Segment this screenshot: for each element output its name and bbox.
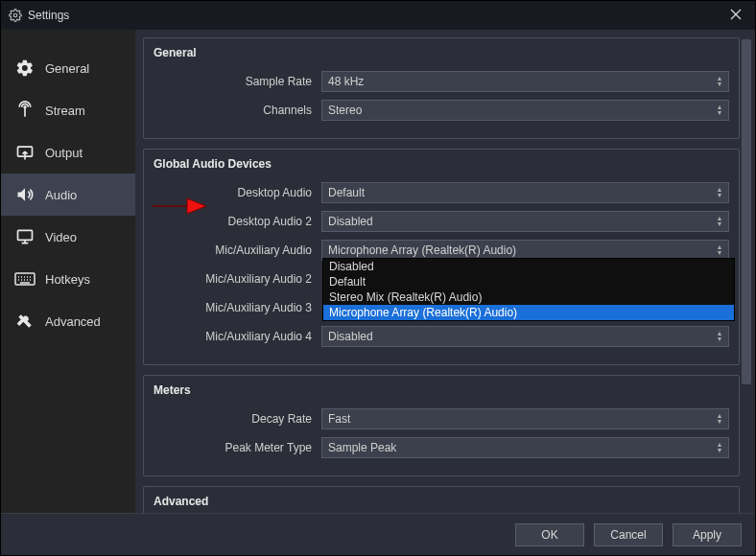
- svg-rect-3: [18, 230, 33, 240]
- label-mic-aux-audio: Mic/Auxiliary Audio: [154, 243, 321, 257]
- sidebar-item-general[interactable]: General: [1, 47, 135, 89]
- speaker-icon: [14, 185, 35, 204]
- sidebar-item-output[interactable]: Output: [1, 131, 135, 174]
- antenna-icon: [14, 101, 35, 120]
- dropdown-option[interactable]: Stereo Mix (Realtek(R) Audio): [323, 290, 734, 305]
- ok-button[interactable]: OK: [515, 523, 584, 546]
- group-title: Advanced: [154, 495, 729, 508]
- label-mic-aux-audio-2: Mic/Auxiliary Audio 2: [154, 272, 321, 286]
- label-peak-meter-type: Peak Meter Type: [154, 441, 321, 454]
- combo-desktop-audio-2[interactable]: Disabled▲▼: [321, 211, 729, 232]
- sidebar-item-label: Output: [45, 146, 83, 160]
- sidebar-item-hotkeys[interactable]: Hotkeys: [1, 258, 135, 300]
- group-title: General: [154, 46, 729, 59]
- svg-point-0: [13, 13, 17, 17]
- label-desktop-audio-2: Desktop Audio 2: [154, 215, 321, 228]
- window-title: Settings: [28, 9, 69, 22]
- vertical-scrollbar[interactable]: [742, 39, 751, 499]
- group-meters: Meters Decay Rate Fast▲▼ Peak Meter Type…: [143, 375, 740, 476]
- combo-mic-aux-audio-4[interactable]: Disabled▲▼: [321, 326, 729, 347]
- content-area: General Sample Rate 48 kHz▲▼ Channels St…: [135, 30, 755, 513]
- group-general: General Sample Rate 48 kHz▲▼ Channels St…: [143, 37, 740, 139]
- label-decay-rate: Decay Rate: [154, 412, 321, 426]
- sidebar-item-label: Hotkeys: [45, 272, 90, 287]
- apply-button[interactable]: Apply: [673, 523, 742, 546]
- keyboard-icon: [14, 272, 35, 286]
- dropdown-option-selected[interactable]: Microphone Array (Realtek(R) Audio): [323, 305, 734, 320]
- sidebar: General Stream Output Audio Video Hotkey…: [1, 30, 135, 513]
- svg-point-1: [24, 106, 26, 108]
- chevron-down-icon: ▼: [717, 81, 723, 87]
- titlebar: Settings: [1, 1, 755, 30]
- settings-window: Settings General Stream Output Audio: [0, 0, 756, 556]
- cancel-button[interactable]: Cancel: [594, 523, 663, 546]
- label-channels: Channels: [154, 104, 321, 117]
- sidebar-item-stream[interactable]: Stream: [1, 89, 135, 131]
- sidebar-item-label: Advanced: [45, 314, 101, 329]
- group-title: Meters: [154, 383, 729, 397]
- sidebar-item-audio[interactable]: Audio: [1, 174, 135, 216]
- sidebar-item-label: Audio: [45, 188, 77, 202]
- settings-gear-icon: [9, 9, 22, 22]
- combo-peak-meter-type[interactable]: Sample Peak▲▼: [321, 437, 729, 458]
- combo-sample-rate[interactable]: 48 kHz▲▼: [321, 71, 729, 92]
- dropdown-mic-aux-options[interactable]: Disabled Default Stereo Mix (Realtek(R) …: [322, 258, 735, 321]
- tools-icon: [14, 312, 35, 331]
- gear-icon: [14, 58, 35, 78]
- combo-decay-rate[interactable]: Fast▲▼: [321, 408, 729, 429]
- label-mic-aux-audio-4: Mic/Auxiliary Audio 4: [154, 330, 321, 343]
- label-desktop-audio: Desktop Audio: [154, 186, 321, 199]
- sidebar-item-label: Video: [45, 230, 77, 244]
- dropdown-option[interactable]: Disabled: [323, 259, 734, 274]
- group-title: Global Audio Devices: [154, 157, 729, 171]
- close-button[interactable]: [721, 3, 751, 26]
- output-icon: [14, 143, 35, 162]
- combo-desktop-audio[interactable]: Default▲▼: [321, 182, 729, 203]
- sidebar-item-label: Stream: [45, 104, 85, 118]
- label-sample-rate: Sample Rate: [154, 75, 321, 88]
- sidebar-item-video[interactable]: Video: [1, 216, 135, 258]
- sidebar-item-label: General: [45, 61, 89, 76]
- combo-channels[interactable]: Stereo▲▼: [321, 100, 729, 121]
- dropdown-option[interactable]: Default: [323, 274, 734, 290]
- monitor-icon: [14, 227, 35, 246]
- sidebar-item-advanced[interactable]: Advanced: [1, 300, 135, 342]
- label-mic-aux-audio-3: Mic/Auxiliary Audio 3: [154, 301, 321, 314]
- footer: OK Cancel Apply: [1, 513, 755, 555]
- scrollbar-thumb[interactable]: [742, 39, 751, 384]
- group-global-audio-devices: Global Audio Devices Desktop Audio Defau…: [143, 149, 740, 365]
- group-advanced: Advanced Monitoring Device Default▲▼ ✓ D…: [143, 486, 740, 513]
